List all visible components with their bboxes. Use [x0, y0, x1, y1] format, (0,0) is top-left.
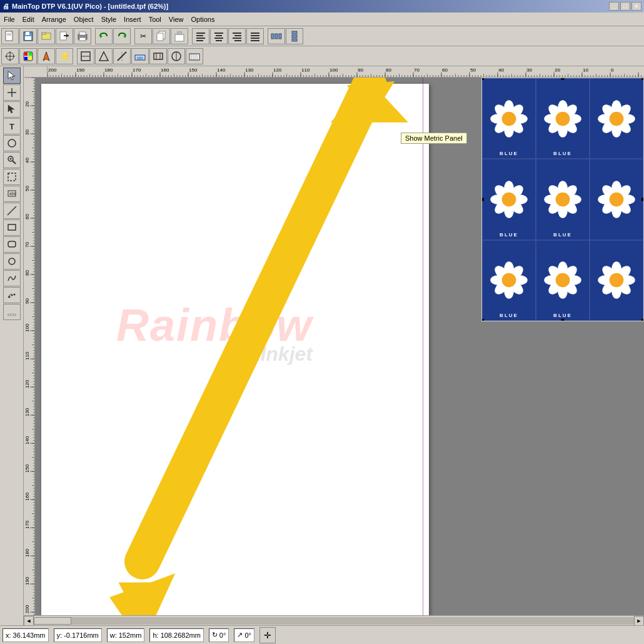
align-right-button[interactable] — [228, 28, 246, 44]
svg-rect-6 — [25, 36, 31, 40]
color-button[interactable] — [19, 48, 37, 64]
title-bar-controls[interactable]: _ □ × — [609, 2, 641, 11]
tool-select[interactable] — [3, 68, 21, 84]
align-left-button[interactable] — [192, 28, 209, 44]
paste-button[interactable] — [171, 28, 188, 44]
menu-insert[interactable]: Insert — [120, 14, 145, 24]
align-center-button[interactable] — [210, 28, 228, 44]
tool-ellipse[interactable] — [3, 135, 21, 151]
menu-tool[interactable]: Tool — [145, 14, 165, 24]
svg-marker-15 — [100, 34, 103, 38]
close-button[interactable]: × — [631, 2, 641, 11]
move-icon[interactable]: ✛ — [259, 627, 276, 643]
tb2-metric[interactable] — [186, 48, 203, 64]
svg-rect-78 — [8, 173, 16, 181]
tb2-b6[interactable] — [168, 48, 185, 64]
left-toolbar: T abc — [0, 66, 24, 625]
undo-button[interactable] — [95, 28, 113, 44]
tool-pen[interactable] — [3, 287, 21, 303]
tb2-b1[interactable] — [77, 48, 94, 64]
tool-text[interactable]: T — [3, 118, 21, 134]
menu-options[interactable]: Options — [187, 14, 218, 24]
tool-pattern[interactable] — [3, 304, 21, 320]
menu-view[interactable]: View — [165, 14, 188, 24]
status-rot2-label: ↗ — [237, 631, 243, 639]
tb2-b3[interactable] — [113, 48, 131, 64]
flower-cell-2: BLUE — [536, 78, 590, 159]
menu-file[interactable]: File — [0, 14, 19, 24]
tool-circle[interactable] — [3, 253, 21, 269]
flower-label-8: BLUE — [553, 313, 572, 318]
menu-edit[interactable]: Edit — [19, 14, 38, 24]
svg-marker-11 — [66, 34, 69, 38]
tool-frame[interactable] — [3, 169, 21, 185]
copy-button[interactable] — [153, 28, 170, 44]
crosshair-button[interactable] — [1, 48, 19, 64]
tool-rounded-rect[interactable] — [3, 236, 21, 253]
tb2-b4[interactable]: cm — [131, 48, 149, 64]
justify-button[interactable] — [246, 28, 264, 44]
handle-tl[interactable] — [481, 78, 484, 80]
flower-svg-5 — [541, 178, 585, 221]
hscroll-thumb[interactable] — [34, 617, 71, 625]
status-rot2-group: ↗ 0° — [234, 628, 254, 642]
svg-marker-16 — [123, 34, 126, 38]
flower-label-5: BLUE — [553, 232, 572, 238]
menu-style[interactable]: Style — [98, 14, 120, 24]
new-button[interactable] — [1, 28, 19, 44]
left-ruler-canvas — [24, 78, 35, 615]
tb2-b5[interactable] — [149, 48, 167, 64]
svg-point-137 — [556, 193, 570, 207]
svg-rect-82 — [8, 224, 16, 230]
hscroll-left-button[interactable]: ◄ — [24, 616, 34, 626]
distribute-h-button[interactable] — [268, 28, 285, 44]
tool-rect[interactable] — [3, 219, 21, 236]
flower-cell-6 — [590, 159, 643, 239]
svg-rect-38 — [275, 34, 278, 39]
watermark-rainbow: Rainbow — [116, 303, 313, 348]
flower-label-4: BLUE — [500, 232, 518, 238]
handle-bl[interactable] — [481, 319, 484, 321]
hscroll-right-button[interactable]: ► — [634, 616, 644, 626]
tool-select2[interactable] — [3, 84, 21, 101]
tb2-b2[interactable] — [95, 48, 113, 64]
status-y-value: -0.1716mm — [64, 631, 99, 639]
minimize-button[interactable]: _ — [609, 2, 619, 11]
distribute-v-button[interactable] — [286, 28, 303, 44]
handle-tr[interactable] — [641, 78, 644, 80]
print-button[interactable] — [74, 28, 91, 44]
main-area: T abc — [0, 66, 644, 625]
handle-mr[interactable] — [641, 198, 644, 201]
handle-br[interactable] — [641, 319, 644, 321]
tool-line[interactable] — [3, 203, 21, 219]
flower-svg-8 — [541, 258, 585, 302]
save-button[interactable] — [19, 28, 37, 44]
svg-rect-48 — [29, 53, 32, 56]
hscroll-track[interactable] — [34, 617, 634, 625]
tool-textbox[interactable]: abc — [3, 186, 21, 202]
white-page: Rainbow Inkjet — [41, 84, 429, 615]
star-button[interactable]: ⭐ — [56, 48, 73, 64]
flower-svg-4 — [487, 178, 531, 221]
maximize-button[interactable]: □ — [620, 2, 630, 11]
menu-arrange[interactable]: Arrange — [38, 14, 70, 24]
handle-tc[interactable] — [561, 78, 565, 80]
svg-rect-5 — [26, 32, 29, 35]
open-button[interactable] — [38, 28, 55, 44]
import-button[interactable] — [56, 28, 73, 44]
handle-bc[interactable] — [561, 319, 565, 321]
status-y-group: y: -0.1716mm — [54, 628, 102, 642]
cut-button[interactable]: ✂ — [134, 28, 152, 44]
redo-button[interactable] — [113, 28, 131, 44]
color2-button[interactable] — [38, 48, 55, 64]
menu-object[interactable]: Object — [70, 14, 98, 24]
svg-line-54 — [118, 52, 126, 61]
svg-text:T: T — [9, 122, 14, 131]
tool-pointer[interactable] — [3, 101, 21, 118]
tool-zoom[interactable] — [3, 152, 21, 168]
tool-curve[interactable] — [3, 270, 21, 286]
handle-ml[interactable] — [481, 198, 484, 201]
canvas-area: Rainbow Inkjet — [24, 66, 644, 625]
canvas[interactable]: Rainbow Inkjet — [35, 78, 644, 615]
svg-line-75 — [13, 161, 16, 164]
